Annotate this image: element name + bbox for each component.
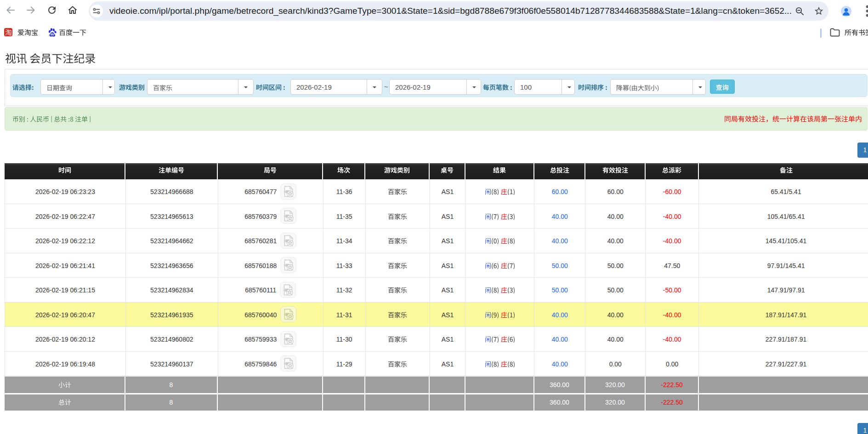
svg-text:du: du	[51, 33, 54, 36]
